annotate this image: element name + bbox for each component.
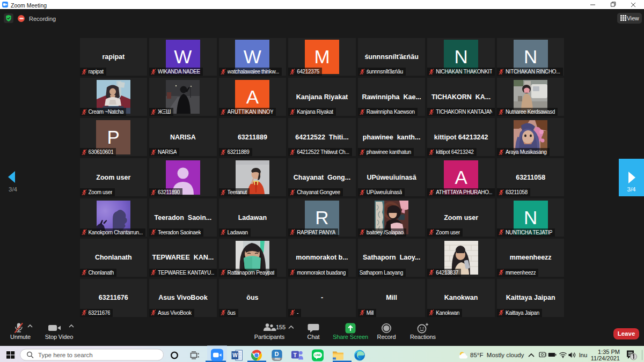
svg-text:D: D (275, 350, 279, 357)
svg-text:LINE: LINE (314, 353, 321, 357)
svg-text:PRO: PRO (275, 358, 280, 360)
svg-text:W: W (232, 352, 238, 358)
svg-text:T: T (294, 352, 297, 358)
svg-text:155: 155 (276, 324, 286, 330)
